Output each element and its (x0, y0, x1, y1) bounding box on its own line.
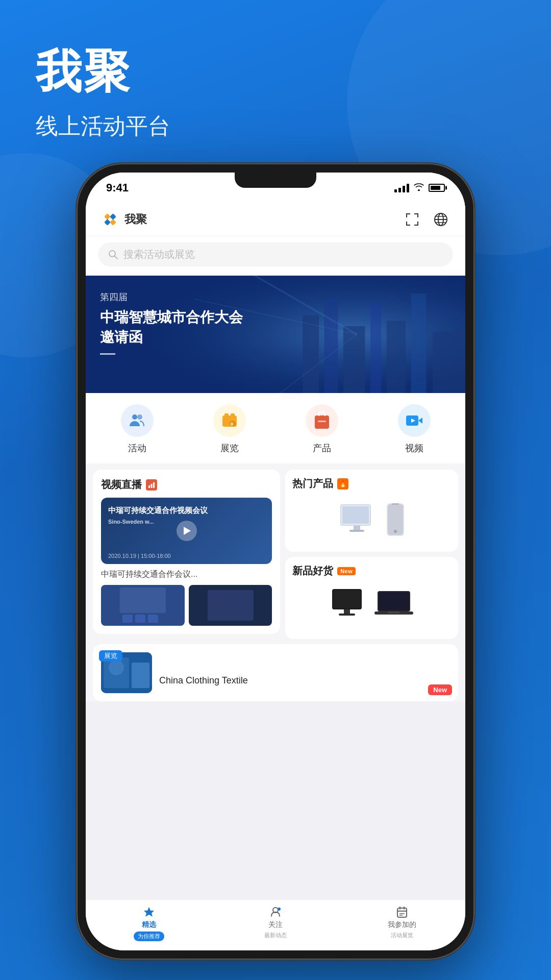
svg-rect-44 (151, 484, 153, 488)
svg-rect-35 (231, 413, 235, 418)
svg-point-61 (394, 530, 397, 533)
main-video-card[interactable]: 中瑞可持续交通合作视频会议Sino-Sweden w... 2020.10.19… (101, 498, 272, 564)
logo-icon (101, 210, 119, 229)
svg-rect-60 (392, 503, 399, 505)
header-logo: 我聚 (101, 210, 147, 229)
exhibition-label: 展览 (220, 442, 239, 454)
scan-icon (405, 212, 420, 227)
new-products-card: 新品好货 New (285, 557, 458, 639)
video-icon-bg (398, 404, 431, 437)
play-icon (184, 527, 191, 535)
content-section: 视频直播 (86, 463, 465, 701)
svg-rect-1 (110, 213, 116, 220)
svg-rect-3 (110, 219, 116, 226)
search-placeholder-text: 搜索活动或展览 (123, 248, 195, 261)
signal-icon (394, 183, 409, 192)
category-product[interactable]: 产品 (306, 404, 338, 454)
svg-rect-7 (417, 213, 418, 217)
video-thumb-2[interactable] (189, 585, 272, 626)
new-products-title: 新品好货 (292, 564, 333, 578)
list-item-title: China Clothing Textile (159, 675, 450, 686)
play-button[interactable] (177, 521, 197, 541)
svg-rect-0 (104, 213, 111, 220)
header-actions (403, 210, 450, 229)
video-thumb-1[interactable] (101, 585, 185, 626)
tab-participated-sublabel: 活动展览 (391, 932, 413, 939)
banner-content: 第四届 中瑞智慧城市合作大会邀请函 (86, 276, 465, 393)
svg-point-73 (109, 660, 124, 675)
globe-button[interactable] (432, 210, 450, 229)
featured-icon (143, 906, 155, 918)
product-icon (313, 411, 331, 430)
chart-icon (148, 481, 155, 488)
scan-button[interactable] (403, 210, 421, 229)
app-subtitle: 线上活动平台 (36, 111, 515, 141)
category-video[interactable]: 视频 (398, 404, 431, 454)
tab-featured-badge: 为你推荐 (134, 932, 164, 941)
two-col-grid: 视频直播 (86, 470, 465, 639)
phone-shell: 9:41 (77, 163, 474, 960)
svg-rect-63 (333, 590, 361, 608)
battery-icon (429, 184, 445, 192)
tab-participated-label: 我参加的 (388, 920, 416, 929)
svg-rect-67 (379, 592, 409, 610)
follow-icon (269, 906, 282, 918)
svg-point-17 (109, 251, 115, 257)
activity-label: 活动 (128, 442, 146, 454)
video-caption: 中瑞可持续交通合作会议... (101, 569, 272, 580)
exhibition-type-badge: 展览 (99, 650, 122, 662)
logo-text: 我聚 (124, 212, 147, 227)
svg-rect-48 (122, 615, 133, 623)
fire-badge: 🔥 (337, 478, 348, 489)
bottom-tab-bar: 精选 为你推荐 关注 最新动态 (86, 899, 465, 950)
svg-rect-5 (406, 213, 407, 217)
new-products-images (292, 584, 451, 623)
category-row: 活动 8 展览 (86, 393, 465, 463)
left-column: 视频直播 (93, 470, 280, 639)
video-thumbs (101, 585, 272, 626)
status-time: 9:41 (106, 181, 129, 194)
svg-rect-50 (148, 615, 158, 623)
svg-point-31 (132, 414, 137, 420)
svg-rect-49 (135, 615, 145, 623)
tab-featured[interactable]: 精选 为你推荐 (86, 906, 212, 941)
video-icon (405, 411, 423, 430)
list-item-new-badge: New (428, 684, 452, 695)
right-column: 热门产品 🔥 (285, 470, 458, 639)
phone-mockup: 9:41 (77, 163, 474, 960)
list-item-card[interactable]: 展览 China Clothing Textile New (93, 644, 458, 701)
phone-content[interactable]: 我聚 (86, 203, 465, 899)
bottom-list-area: 展览 China Clothing Textile New (86, 644, 465, 701)
exhibition-icon-bg: 8 (213, 404, 246, 437)
svg-rect-57 (342, 506, 369, 524)
hot-products-images (292, 497, 451, 543)
activity-icon-bg (121, 404, 154, 437)
search-bar[interactable]: 搜索活动或展览 (98, 242, 453, 266)
category-activity[interactable]: 活动 (121, 404, 154, 454)
tab-featured-label: 精选 (142, 920, 156, 929)
list-item-info: 展览 China Clothing Textile (159, 660, 450, 686)
svg-rect-72 (132, 663, 149, 688)
tab-follow-label: 关注 (268, 920, 283, 929)
svg-marker-74 (144, 907, 154, 917)
banner[interactable]: 第四届 中瑞智慧城市合作大会邀请函 (86, 276, 465, 393)
status-icons (394, 183, 445, 193)
product-label: 产品 (313, 442, 331, 454)
hot-products-card: 热门产品 🔥 (285, 470, 458, 552)
globe-icon (433, 212, 448, 227)
new-products-badge: New (337, 567, 356, 575)
svg-rect-45 (153, 482, 155, 488)
svg-rect-2 (104, 219, 111, 226)
svg-rect-77 (397, 908, 407, 917)
svg-rect-39 (318, 421, 326, 422)
svg-rect-9 (406, 222, 407, 226)
activity-icon (129, 412, 146, 429)
tab-follow[interactable]: 关注 最新动态 (212, 906, 339, 939)
svg-rect-69 (388, 611, 400, 614)
new-laptop-product (373, 587, 414, 620)
svg-rect-34 (224, 413, 229, 418)
video-section-title: 视频直播 (101, 478, 142, 492)
search-icon (108, 250, 118, 260)
tab-participated[interactable]: 我参加的 活动展览 (339, 906, 465, 939)
category-exhibition[interactable]: 8 展览 (213, 404, 246, 454)
